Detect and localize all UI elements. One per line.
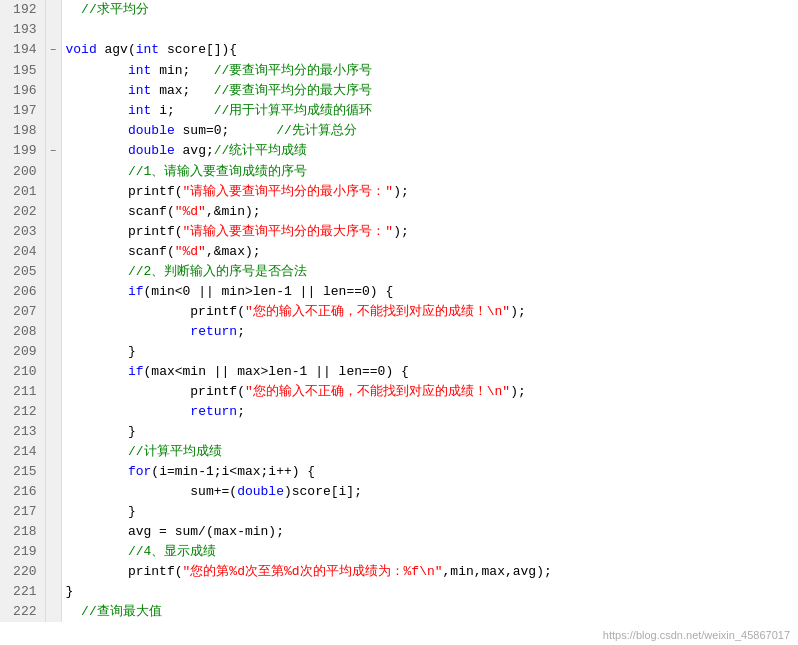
line-number: 218 xyxy=(0,522,45,542)
table-row: 212 return; xyxy=(0,402,798,422)
table-row: 220 printf("您的第%d次至第%d次的平均成绩为：%f\n",min,… xyxy=(0,562,798,582)
code-line: return; xyxy=(61,322,798,342)
code-line: } xyxy=(61,342,798,362)
table-row: 199− double avg;//统计平均成绩 xyxy=(0,141,798,162)
code-line: printf("您的输入不正确，不能找到对应的成绩！\n"); xyxy=(61,302,798,322)
line-number: 192 xyxy=(0,0,45,20)
table-row: 207 printf("您的输入不正确，不能找到对应的成绩！\n"); xyxy=(0,302,798,322)
fold-indicator xyxy=(45,382,61,402)
code-line: int i; //用于计算平均成绩的循环 xyxy=(61,101,798,121)
line-number: 211 xyxy=(0,382,45,402)
line-number: 210 xyxy=(0,362,45,382)
line-number: 206 xyxy=(0,282,45,302)
line-number: 205 xyxy=(0,262,45,282)
line-number: 201 xyxy=(0,182,45,202)
table-row: 215 for(i=min-1;i<max;i++) { xyxy=(0,462,798,482)
table-row: 200 //1、请输入要查询成绩的序号 xyxy=(0,162,798,182)
table-row: 193 xyxy=(0,20,798,40)
line-number: 195 xyxy=(0,61,45,81)
code-line: //1、请输入要查询成绩的序号 xyxy=(61,162,798,182)
table-row: 217 } xyxy=(0,502,798,522)
code-line: //4、显示成绩 xyxy=(61,542,798,562)
line-number: 203 xyxy=(0,222,45,242)
table-row: 209 } xyxy=(0,342,798,362)
code-line: } xyxy=(61,502,798,522)
code-line: scanf("%d",&min); xyxy=(61,202,798,222)
fold-indicator xyxy=(45,322,61,342)
fold-indicator xyxy=(45,562,61,582)
code-line: if(min<0 || min>len-1 || len==0) { xyxy=(61,282,798,302)
fold-indicator xyxy=(45,462,61,482)
fold-indicator xyxy=(45,402,61,422)
line-number: 197 xyxy=(0,101,45,121)
line-number: 213 xyxy=(0,422,45,442)
line-number: 202 xyxy=(0,202,45,222)
line-number: 221 xyxy=(0,582,45,602)
table-row: 206 if(min<0 || min>len-1 || len==0) { xyxy=(0,282,798,302)
code-line: if(max<min || max>len-1 || len==0) { xyxy=(61,362,798,382)
line-number: 220 xyxy=(0,562,45,582)
code-line: int min; //要查询平均分的最小序号 xyxy=(61,61,798,81)
code-line: //2、判断输入的序号是否合法 xyxy=(61,262,798,282)
line-number: 198 xyxy=(0,121,45,141)
line-number: 208 xyxy=(0,322,45,342)
fold-indicator xyxy=(45,162,61,182)
line-number: 199 xyxy=(0,141,45,162)
fold-indicator xyxy=(45,442,61,462)
line-number: 200 xyxy=(0,162,45,182)
fold-indicator xyxy=(45,522,61,542)
fold-indicator xyxy=(45,20,61,40)
table-row: 192 //求平均分 xyxy=(0,0,798,20)
line-number: 212 xyxy=(0,402,45,422)
line-number: 216 xyxy=(0,482,45,502)
line-number: 196 xyxy=(0,81,45,101)
code-line: printf("请输入要查询平均分的最小序号："); xyxy=(61,182,798,202)
table-row: 216 sum+=(double)score[i]; xyxy=(0,482,798,502)
line-number: 204 xyxy=(0,242,45,262)
table-row: 198 double sum=0; //先计算总分 xyxy=(0,121,798,141)
fold-indicator xyxy=(45,422,61,442)
fold-indicator xyxy=(45,202,61,222)
code-line: printf("您的第%d次至第%d次的平均成绩为：%f\n",min,max,… xyxy=(61,562,798,582)
code-line: } xyxy=(61,582,798,602)
code-line: int max; //要查询平均分的最大序号 xyxy=(61,81,798,101)
fold-indicator xyxy=(45,182,61,202)
table-row: 219 //4、显示成绩 xyxy=(0,542,798,562)
table-row: 218 avg = sum/(max-min); xyxy=(0,522,798,542)
code-editor: 192 //求平均分193 194−void agv(int score[]){… xyxy=(0,0,798,645)
line-number: 207 xyxy=(0,302,45,322)
code-line: scanf("%d",&max); xyxy=(61,242,798,262)
fold-indicator xyxy=(45,121,61,141)
line-number: 214 xyxy=(0,442,45,462)
fold-indicator xyxy=(45,81,61,101)
fold-indicator xyxy=(45,282,61,302)
fold-indicator xyxy=(45,482,61,502)
code-line: void agv(int score[]){ xyxy=(61,40,798,61)
fold-indicator[interactable]: − xyxy=(45,141,61,162)
fold-indicator xyxy=(45,61,61,81)
fold-indicator xyxy=(45,582,61,602)
table-row: 210 if(max<min || max>len-1 || len==0) { xyxy=(0,362,798,382)
code-line: } xyxy=(61,422,798,442)
fold-indicator xyxy=(45,242,61,262)
code-line: //查询最大值 xyxy=(61,602,798,622)
table-row: 208 return; xyxy=(0,322,798,342)
table-row: 214 //计算平均成绩 xyxy=(0,442,798,462)
fold-indicator[interactable]: − xyxy=(45,40,61,61)
code-line: printf("您的输入不正确，不能找到对应的成绩！\n"); xyxy=(61,382,798,402)
fold-indicator xyxy=(45,262,61,282)
fold-indicator xyxy=(45,101,61,121)
code-line: double sum=0; //先计算总分 xyxy=(61,121,798,141)
table-row: 211 printf("您的输入不正确，不能找到对应的成绩！\n"); xyxy=(0,382,798,402)
table-row: 201 printf("请输入要查询平均分的最小序号："); xyxy=(0,182,798,202)
table-row: 204 scanf("%d",&max); xyxy=(0,242,798,262)
code-line: printf("请输入要查询平均分的最大序号："); xyxy=(61,222,798,242)
code-line: //求平均分 xyxy=(61,0,798,20)
code-line: avg = sum/(max-min); xyxy=(61,522,798,542)
line-number: 219 xyxy=(0,542,45,562)
line-number: 194 xyxy=(0,40,45,61)
watermark: https://blog.csdn.net/weixin_45867017 xyxy=(603,629,790,641)
table-row: 205 //2、判断输入的序号是否合法 xyxy=(0,262,798,282)
fold-indicator xyxy=(45,542,61,562)
table-row: 221} xyxy=(0,582,798,602)
